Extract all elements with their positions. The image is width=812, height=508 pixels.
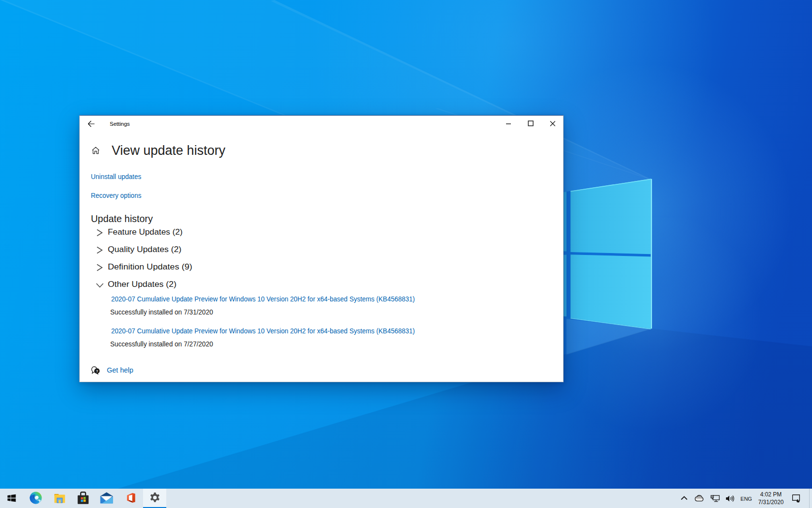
svg-text:?: ?	[96, 369, 98, 374]
